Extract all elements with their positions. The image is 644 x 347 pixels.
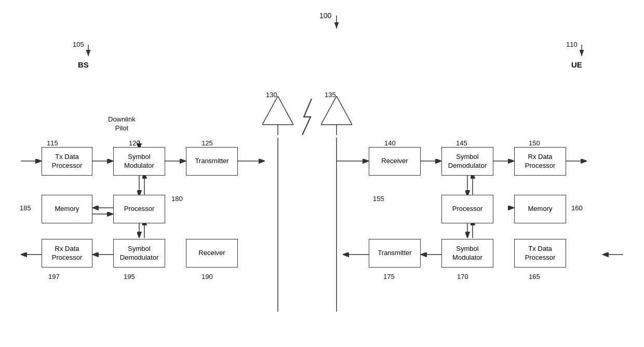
receiver-bs: Receiver <box>186 239 238 268</box>
rx-data-processor-bs: Rx DataProcessor <box>42 239 92 268</box>
rx-data-processor-ue: Rx DataProcessor <box>514 147 566 176</box>
transmitter-bs: Transmitter <box>186 147 238 176</box>
transmitter-bs-ref: 125 <box>202 139 213 147</box>
ue-label: UE <box>571 60 582 69</box>
tx-data-processor-ue: Tx DataProcessor <box>514 239 566 268</box>
bs-arrow <box>83 45 93 59</box>
symbol-modulator-bs: SymbolModulator <box>113 147 165 176</box>
tx-data-proc-ue-ref: 165 <box>529 273 540 281</box>
rx-data-proc-ue-ref: 150 <box>529 139 540 147</box>
antenna-bs <box>262 96 293 135</box>
symbol-demod-bs: SymbolDemodulator <box>113 239 165 268</box>
receiver-ue: Receiver <box>369 147 421 176</box>
bs-label: BS <box>78 60 89 69</box>
transmitter-ue-ref: 175 <box>383 273 395 281</box>
ue-arrow <box>576 45 587 59</box>
transmitter-ue: Transmitter <box>369 239 421 268</box>
symbol-demod-ue: SymbolDemodulator <box>441 147 493 176</box>
memory-ue-ref: 160 <box>571 204 583 212</box>
memory-bs: Memory <box>42 195 92 223</box>
lightning-bolt <box>296 99 322 135</box>
receiver-bs-ref: 190 <box>202 273 213 281</box>
symbol-mod-ue-ref: 170 <box>457 273 468 281</box>
svg-marker-40 <box>262 96 293 125</box>
tx-data-processor-bs: Tx DataProcessor <box>42 147 92 176</box>
system-arrow <box>331 16 342 31</box>
processor-bs-ref: 180 <box>171 195 183 203</box>
memory-ue: Memory <box>514 195 566 223</box>
processor-ue-ref: 155 <box>373 195 384 203</box>
bs-ref-label: 105 <box>73 41 84 48</box>
symbol-mod-bs-ref: 120 <box>129 139 140 147</box>
symbol-demod-ue-ref: 145 <box>456 139 467 147</box>
symbol-demod-bs-ref: 195 <box>124 273 135 281</box>
diagram: 100 105 BS 110 UE DownlinkPilot 130 135 … <box>0 0 644 347</box>
symbol-modulator-ue: SymbolModulator <box>441 239 493 268</box>
antenna-ue <box>321 96 352 135</box>
receiver-ue-ref: 140 <box>384 139 396 147</box>
tx-data-proc-bs-ref: 115 <box>47 139 58 147</box>
rx-data-proc-bs-ref: 197 <box>48 273 60 281</box>
system-ref-label: 100 <box>319 11 331 20</box>
processor-ue: Processor <box>441 195 493 223</box>
ue-ref-label: 110 <box>566 41 578 48</box>
memory-bs-ref: 185 <box>20 204 31 212</box>
processor-bs: Processor <box>113 195 165 223</box>
svg-marker-42 <box>321 96 352 125</box>
pilot-label: DownlinkPilot <box>108 115 136 133</box>
